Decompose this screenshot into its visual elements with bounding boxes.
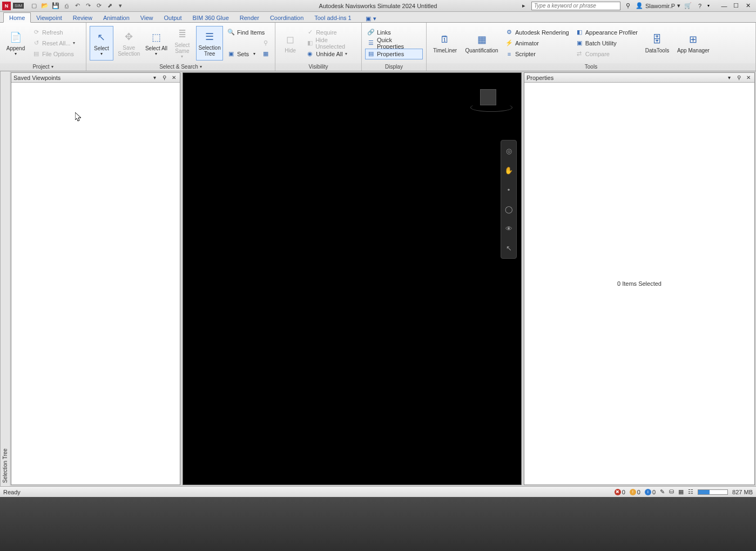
select-same-button[interactable]: ≣Select Same▾: [170, 26, 194, 61]
saved-viewpoints-header[interactable]: Saved Viewpoints ▾ ⚲ ✕: [11, 73, 180, 83]
panel-select-search-title[interactable]: Select & Search▾: [86, 63, 275, 71]
window-title: Autodesk Navisworks Simulate 2024 Untitl…: [319, 3, 437, 9]
properties-header[interactable]: Properties ▾ ⚲ ✕: [524, 73, 754, 83]
links-button[interactable]: 🔗Links: [365, 27, 423, 38]
minimize-button[interactable]: —: [719, 2, 729, 10]
search-icon[interactable]: ⚲: [624, 2, 632, 10]
tab-coordination[interactable]: Coordination: [265, 13, 309, 22]
steering-wheel-icon[interactable]: ◎: [504, 146, 514, 156]
pencil-icon[interactable]: ✎: [660, 488, 665, 495]
appearance-profiler-button[interactable]: ◧Appearance Profiler: [573, 27, 640, 38]
3d-viewport[interactable]: ◎ ✋ • ◯ 👁 ↖: [183, 72, 522, 485]
sets-button[interactable]: ▣Sets▾▦: [225, 49, 272, 59]
quantification-button[interactable]: ▦Quantification: [462, 26, 501, 61]
open-icon[interactable]: 📂: [41, 2, 49, 10]
append-button[interactable]: 📄 Append ▾: [3, 26, 28, 61]
cart-icon[interactable]: 🛒: [684, 2, 692, 10]
disk-icon[interactable]: ⛁: [669, 488, 674, 495]
quick-properties-button[interactable]: ☰Quick Properties: [365, 38, 423, 49]
close-button[interactable]: ✕: [743, 2, 753, 10]
panel-project-title[interactable]: Project▾: [0, 63, 86, 71]
help-dropdown-icon[interactable]: ▾: [707, 3, 710, 8]
select-button[interactable]: ↖Select▾: [90, 26, 113, 61]
error-count[interactable]: ✖0: [615, 489, 625, 495]
tab-bim360glue[interactable]: BIM 360 Glue: [187, 13, 234, 22]
datatools-button[interactable]: 🗄DataTools: [642, 26, 672, 61]
tab-view[interactable]: View: [135, 13, 159, 22]
select-same-icon: ≣: [175, 27, 189, 41]
batch-utility-button[interactable]: ▣Batch Utility: [573, 38, 640, 49]
hide-button[interactable]: ◻Hide: [279, 26, 302, 61]
print-icon[interactable]: ⎙: [63, 2, 70, 10]
look-icon[interactable]: 👁: [504, 224, 514, 233]
help-icon[interactable]: ?: [696, 2, 704, 10]
reset-all-button[interactable]: ↺Reset All...: [30, 38, 77, 49]
view-cube[interactable]: [470, 86, 503, 115]
maximize-button[interactable]: ☐: [731, 2, 741, 10]
search-expand-icon[interactable]: ▸: [519, 2, 528, 10]
tab-viewpoint[interactable]: Viewpoint: [31, 13, 68, 22]
close-icon[interactable]: ✕: [745, 75, 752, 81]
select-same-label: Select Same: [171, 42, 193, 54]
warning-count[interactable]: !0: [630, 489, 640, 495]
redo-icon[interactable]: ↷: [84, 2, 92, 10]
app-manager-button[interactable]: ⊞App Manager: [674, 26, 712, 61]
qat-dropdown-icon[interactable]: ▾: [117, 2, 124, 10]
panel-options-icon[interactable]: ▾: [151, 75, 158, 81]
pin-icon[interactable]: ⚲: [735, 75, 742, 81]
pin-icon[interactable]: ⚲: [160, 75, 168, 81]
save-selection-button[interactable]: ✥Save Selection: [116, 26, 143, 61]
search-input[interactable]: [531, 2, 620, 10]
zoom-icon[interactable]: •: [504, 185, 514, 194]
warning-icon: !: [630, 489, 636, 495]
unhide-all-button[interactable]: ◉Unhide All: [304, 49, 358, 59]
select-qat-icon[interactable]: ⬈: [106, 2, 113, 10]
saved-viewpoints-content[interactable]: [11, 83, 180, 485]
scripter-button[interactable]: ≡Scripter: [503, 49, 571, 59]
tab-animation[interactable]: Animation: [98, 13, 135, 22]
chevron-down-icon: ▾: [373, 15, 376, 22]
compare-button[interactable]: ⇄Compare: [573, 49, 640, 59]
undo-icon[interactable]: ↶: [73, 2, 81, 10]
autodesk-rendering-button[interactable]: ⚙Autodesk Rendering: [503, 27, 571, 38]
orbit-icon[interactable]: ◯: [504, 204, 514, 214]
user-menu[interactable]: 👤 Slawomir.P ▾: [636, 2, 680, 9]
panel-tools-title: Tools: [427, 63, 755, 71]
refresh-button[interactable]: ⟳Refresh: [30, 27, 77, 38]
save-icon[interactable]: 💾: [52, 2, 59, 10]
panel-options-icon[interactable]: ▾: [725, 75, 733, 81]
timeliner-button[interactable]: 🗓TimeLiner: [430, 26, 460, 61]
sets-manager-icon[interactable]: ▦: [262, 50, 269, 58]
appmanager-icon: ⊞: [686, 32, 700, 46]
tab-output[interactable]: Output: [159, 13, 187, 22]
properties-button[interactable]: ▤Properties: [365, 49, 423, 59]
require-icon: ✓: [306, 29, 314, 36]
properties-empty-message: 0 Items Selected: [617, 280, 662, 287]
selection-tree-button[interactable]: ☰Selection Tree: [196, 26, 223, 61]
grid-icon[interactable]: ▦: [678, 488, 684, 495]
selection-tree-collapsed-tab[interactable]: Selection Tree: [0, 71, 10, 486]
select-all-button[interactable]: ⬚Select All▾: [145, 26, 168, 61]
file-options-button[interactable]: ▤File Options: [30, 49, 77, 59]
append-icon: 📄: [9, 30, 23, 44]
tab-home[interactable]: Home: [3, 12, 31, 23]
layers-icon[interactable]: ☷: [688, 488, 693, 495]
info-count[interactable]: i0: [645, 489, 656, 495]
require-button[interactable]: ✓Require: [304, 27, 358, 38]
select-nav-icon[interactable]: ↖: [504, 243, 514, 253]
refresh-qat-icon[interactable]: ⟳: [95, 2, 103, 10]
tab-tooladdins1[interactable]: Tool add-ins 1: [309, 13, 357, 22]
close-icon[interactable]: ✕: [170, 75, 178, 81]
viewcube-ring[interactable]: [470, 103, 512, 112]
find-items-button[interactable]: 🔍Find Items: [225, 27, 272, 38]
quick-find-button[interactable]: ⚲: [225, 38, 272, 49]
tab-review[interactable]: Review: [68, 13, 98, 22]
tab-render[interactable]: Render: [234, 13, 265, 22]
ribbon-extras[interactable]: ▣▾: [366, 15, 376, 22]
properties-title: Properties: [526, 75, 554, 81]
hide-unselected-button[interactable]: ◧Hide Unselected: [304, 38, 358, 49]
new-icon[interactable]: ▢: [30, 2, 38, 10]
animator-button[interactable]: ⚡Animator: [503, 38, 571, 49]
user-dropdown-icon: ▾: [677, 2, 680, 9]
pan-icon[interactable]: ✋: [504, 165, 514, 175]
